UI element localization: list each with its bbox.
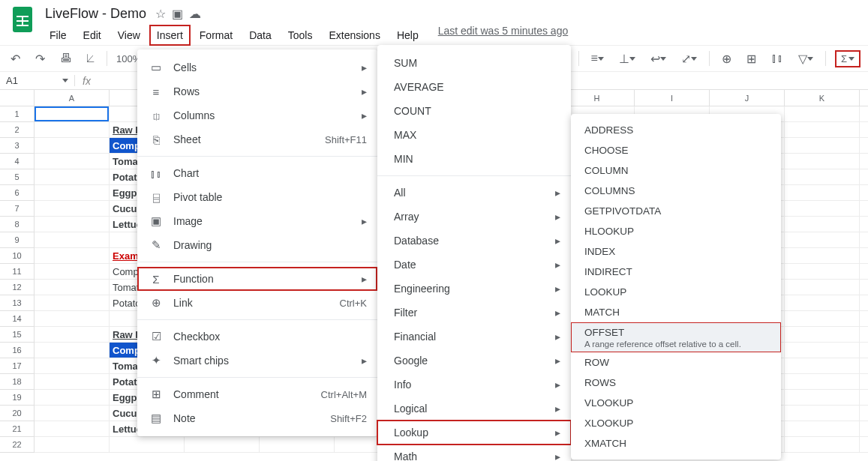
fn-quick-count[interactable]: COUNT <box>377 99 571 123</box>
cell[interactable] <box>35 106 110 121</box>
document-title[interactable]: LiveFlow - Demo <box>42 4 149 23</box>
fn-item-index[interactable]: INDEX <box>571 241 781 262</box>
row-header[interactable]: 12 <box>0 280 35 295</box>
row-header[interactable]: 6 <box>0 185 35 201</box>
fn-category-all[interactable]: All▸ <box>377 181 571 205</box>
fn-category-date[interactable]: Date▸ <box>377 253 571 277</box>
row-header[interactable]: 18 <box>0 374 35 390</box>
insert-chart-button[interactable]: ⫿⫾ <box>768 49 786 68</box>
cell[interactable] <box>35 138 110 153</box>
insert-comment-button[interactable]: ⊞ <box>743 49 759 69</box>
fn-category-financial[interactable]: Financial▸ <box>377 325 571 349</box>
row-header[interactable]: 14 <box>0 311 35 327</box>
row-header[interactable]: 21 <box>0 421 35 437</box>
fn-item-column[interactable]: COLUMN <box>571 160 781 181</box>
fn-quick-max[interactable]: MAX <box>377 123 571 147</box>
cell[interactable] <box>785 343 860 358</box>
row-header[interactable]: 17 <box>0 358 35 374</box>
cell[interactable] <box>785 106 860 121</box>
cell[interactable] <box>785 185 860 200</box>
row-header[interactable]: 5 <box>0 169 35 185</box>
star-icon[interactable]: ☆ <box>155 7 166 21</box>
fn-item-vlookup[interactable]: VLOOKUP <box>571 393 781 413</box>
column-header[interactable]: J <box>710 90 785 106</box>
insert-menu-item-comment[interactable]: ⊞CommentCtrl+Alt+M <box>137 382 377 406</box>
cell[interactable] <box>35 264 110 279</box>
text-rotate-button[interactable]: ⤢ <box>678 49 700 69</box>
cell[interactable] <box>35 421 110 436</box>
fn-item-row[interactable]: ROW <box>571 352 781 373</box>
align-horiz-button[interactable]: ≡ <box>588 49 607 68</box>
row-header[interactable]: 8 <box>0 217 35 232</box>
cell[interactable] <box>785 295 860 310</box>
cell[interactable] <box>35 201 110 216</box>
cell[interactable] <box>35 311 110 326</box>
insert-menu-item-checkbox[interactable]: ☑Checkbox <box>137 325 377 349</box>
cell[interactable] <box>35 280 110 295</box>
fn-category-info[interactable]: Info▸ <box>377 373 571 397</box>
paint-format-button[interactable]: ⟀ <box>84 49 98 68</box>
print-button[interactable]: 🖶 <box>57 49 75 68</box>
insert-menu-item-cells[interactable]: ▭Cells▸ <box>137 55 377 79</box>
insert-menu-item-columns[interactable]: ⎅Columns▸ <box>137 103 377 127</box>
cell[interactable] <box>35 327 110 342</box>
cell[interactable] <box>785 138 860 153</box>
cell[interactable] <box>35 374 110 389</box>
insert-menu-item-function[interactable]: ΣFunction▸ <box>137 267 377 291</box>
row-header[interactable]: 22 <box>0 437 35 453</box>
text-wrap-button[interactable]: ↩ <box>647 49 669 69</box>
align-vert-button[interactable]: ⊥ <box>616 49 638 69</box>
filter-button[interactable]: ▽ <box>795 49 816 69</box>
cell[interactable] <box>35 154 110 169</box>
cell[interactable] <box>35 343 110 358</box>
row-header[interactable]: 1 <box>0 106 35 122</box>
menu-data[interactable]: Data <box>242 25 279 46</box>
cell[interactable] <box>785 358 860 373</box>
insert-link-button[interactable]: ⊕ <box>719 49 734 69</box>
fn-category-math[interactable]: Math▸ <box>377 445 571 461</box>
cell[interactable] <box>785 311 860 326</box>
fn-item-match[interactable]: MATCH <box>571 302 781 322</box>
cell[interactable] <box>785 232 860 247</box>
column-header[interactable]: A <box>35 90 110 106</box>
cell[interactable] <box>35 248 110 263</box>
fn-quick-average[interactable]: AVERAGE <box>377 75 571 99</box>
fn-item-indirect[interactable]: INDIRECT <box>571 262 781 282</box>
menu-view[interactable]: View <box>110 25 148 46</box>
fn-item-columns[interactable]: COLUMNS <box>571 181 781 201</box>
column-header[interactable]: H <box>560 90 635 106</box>
sheets-logo[interactable] <box>8 4 38 34</box>
row-header[interactable]: 11 <box>0 264 35 280</box>
column-header[interactable]: I <box>635 90 710 106</box>
menu-format[interactable]: Format <box>192 25 240 46</box>
fn-item-address[interactable]: ADDRESS <box>571 120 781 140</box>
cell[interactable] <box>185 437 260 452</box>
cell[interactable] <box>35 295 110 310</box>
insert-menu-item-drawing[interactable]: ✎Drawing <box>137 233 377 257</box>
fn-item-rows[interactable]: ROWS <box>571 373 781 393</box>
cell[interactable] <box>260 437 335 452</box>
row-header[interactable]: 10 <box>0 248 35 264</box>
name-box[interactable]: A1 <box>0 75 75 86</box>
cell[interactable] <box>785 264 860 279</box>
cell[interactable] <box>785 154 860 169</box>
cell[interactable] <box>35 358 110 373</box>
fn-quick-sum[interactable]: SUM <box>377 51 571 75</box>
cell[interactable] <box>35 390 110 405</box>
row-header[interactable]: 20 <box>0 406 35 421</box>
cell[interactable] <box>785 280 860 295</box>
menu-edit[interactable]: Edit <box>76 25 109 46</box>
cell[interactable] <box>785 169 860 184</box>
insert-menu-item-pivot-table[interactable]: ⌸Pivot table <box>137 185 377 209</box>
fn-item-xmatch[interactable]: XMATCH <box>571 433 781 454</box>
row-header[interactable]: 2 <box>0 122 35 138</box>
cell[interactable] <box>785 122 860 137</box>
insert-menu-item-link[interactable]: ⊕LinkCtrl+K <box>137 291 377 315</box>
menu-tools[interactable]: Tools <box>281 25 320 46</box>
fn-quick-min[interactable]: MIN <box>377 147 571 171</box>
cell[interactable] <box>35 217 110 232</box>
fn-category-array[interactable]: Array▸ <box>377 205 571 229</box>
cell[interactable] <box>35 437 110 452</box>
fn-item-lookup[interactable]: LOOKUP <box>571 282 781 302</box>
insert-menu-item-note[interactable]: ▤NoteShift+F2 <box>137 406 377 430</box>
